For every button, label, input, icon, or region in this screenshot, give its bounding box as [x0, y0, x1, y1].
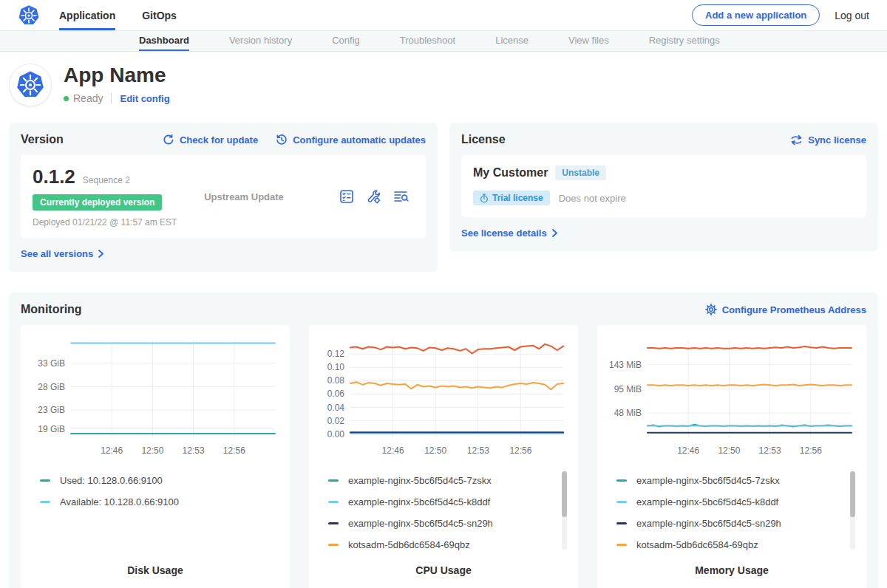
legend-dash-icon [40, 501, 50, 503]
deploy-logs-icon[interactable] [393, 189, 409, 204]
check-for-update-link[interactable]: Check for update [163, 134, 258, 146]
sync-license-link[interactable]: Sync license [790, 134, 866, 146]
legend-item: example-nginx-5bc6f5d4c5-7zskx [616, 470, 857, 491]
memory-chart-card: 48 MiB95 MiB143 MiB12:4612:5012:5312:56e… [597, 325, 866, 588]
version-sequence: Sequence 2 [83, 175, 130, 185]
customer-name: My Customer [473, 166, 548, 180]
svg-text:12:50: 12:50 [718, 445, 740, 456]
kubernetes-app-icon [16, 70, 45, 100]
current-version-panel: 0.1.2 Sequence 2 Currently deployed vers… [21, 155, 426, 238]
cpu-chart-title: CPU Usage [318, 555, 569, 582]
svg-text:0.10: 0.10 [327, 362, 345, 372]
page-title: App Name [64, 64, 170, 87]
preflight-checks-icon[interactable] [339, 189, 354, 204]
disk-chart-card: 19 GiB23 GiB28 GiB33 GiB12:4612:5012:531… [21, 325, 290, 588]
svg-text:0.12: 0.12 [327, 349, 345, 359]
memory-chart-plot: 48 MiB95 MiB143 MiB12:4612:5012:5312:56 [606, 334, 857, 461]
status-dot-icon [64, 96, 69, 101]
legend-dash-icon [328, 522, 339, 524]
app-avatar [9, 64, 52, 106]
legend-item: example-nginx-5bc6f5d4c5-k8ddf [616, 491, 857, 513]
deployed-badge: Currently deployed version [33, 194, 162, 211]
legend-item: example-nginx-5bc6f5d4c5-sn29h [616, 513, 857, 534]
configure-prometheus-link[interactable]: Configure Prometheus Address [705, 304, 866, 315]
svg-text:12:46: 12:46 [101, 445, 123, 456]
divider [111, 93, 112, 103]
legend-item: example-nginx-5bc6f5d4c5-sn29h [328, 513, 569, 534]
svg-text:48 MiB: 48 MiB [614, 408, 642, 418]
sync-arrows-icon [790, 134, 803, 146]
see-license-details-link[interactable]: See license details [461, 228, 557, 239]
subnav-item-view-files[interactable]: View files [568, 31, 609, 51]
svg-text:23 GiB: 23 GiB [38, 405, 65, 415]
license-card: License Sync license My Custo [449, 123, 878, 251]
legend-scrollbar-thumb[interactable] [562, 471, 567, 517]
license-panel: My Customer Unstable Trial license Does … [461, 155, 866, 217]
subnav-item-license[interactable]: License [495, 31, 529, 51]
config-wrench-icon[interactable] [366, 189, 381, 205]
subnav-item-dashboard[interactable]: Dashboard [139, 31, 189, 51]
svg-text:12:56: 12:56 [800, 445, 822, 456]
status-badge: Ready [73, 92, 103, 104]
svg-text:12:56: 12:56 [509, 445, 531, 456]
svg-text:19 GiB: 19 GiB [38, 424, 65, 434]
update-type-label: Upstream Update [204, 191, 339, 202]
svg-text:0.08: 0.08 [327, 375, 345, 386]
edit-config-link[interactable]: Edit config [120, 93, 169, 104]
memory-chart-legend: example-nginx-5bc6f5d4c5-7zskxexample-ng… [606, 470, 857, 555]
svg-text:143 MiB: 143 MiB [609, 360, 642, 370]
monitoring-section: Monitoring [9, 293, 878, 588]
channel-badge: Unstable [555, 165, 606, 180]
disk-chart-title: Disk Usage [30, 555, 281, 582]
nav-tab-gitops[interactable]: GitOps [142, 0, 177, 30]
subnav-item-config[interactable]: Config [332, 31, 360, 51]
license-card-title: License [461, 133, 506, 146]
subnav-item-troubleshoot[interactable]: Troubleshoot [400, 31, 455, 51]
svg-text:12:46: 12:46 [382, 445, 404, 456]
svg-text:28 GiB: 28 GiB [38, 382, 65, 392]
legend-dash-icon [616, 501, 627, 503]
subnav-item-version-history[interactable]: Version history [229, 31, 292, 51]
add-new-application-button[interactable]: Add a new application [692, 4, 820, 26]
app-sub-nav: DashboardVersion historyConfigTroublesho… [0, 31, 887, 52]
kubernetes-logo-icon [18, 4, 40, 27]
refresh-icon [163, 134, 174, 146]
svg-text:12:56: 12:56 [223, 445, 245, 456]
subnav-item-registry-settings[interactable]: Registry settings [649, 31, 720, 51]
page: ApplicationGitOps Add a new application … [0, 0, 887, 588]
legend-item: example-nginx-5bc6f5d4c5-k8ddf [328, 491, 569, 513]
charts-row: 19 GiB23 GiB28 GiB33 GiB12:4612:5012:531… [21, 325, 866, 588]
svg-text:0.04: 0.04 [327, 403, 345, 413]
stopwatch-icon [480, 194, 489, 203]
license-expiry-text: Does not expire [559, 193, 626, 204]
configure-automatic-updates-link[interactable]: Configure automatic updates [276, 134, 426, 146]
legend-dash-icon [616, 544, 627, 546]
svg-text:95 MiB: 95 MiB [614, 384, 642, 394]
legend-dash-icon [328, 544, 339, 546]
svg-text:12:50: 12:50 [141, 445, 163, 456]
svg-text:12:50: 12:50 [424, 445, 446, 456]
svg-text:0.06: 0.06 [327, 389, 345, 399]
top-nav-right: Add a new application Log out [692, 0, 869, 30]
svg-text:12:46: 12:46 [677, 445, 699, 456]
nav-tab-application[interactable]: Application [59, 0, 115, 30]
cpu-chart-legend: example-nginx-5bc6f5d4c5-7zskxexample-ng… [318, 470, 569, 555]
see-all-versions-link[interactable]: See all versions [21, 248, 103, 259]
svg-text:33 GiB: 33 GiB [38, 358, 65, 369]
legend-scrollbar-thumb[interactable] [850, 471, 855, 517]
legend-item: Used: 10.128.0.66:9100 [40, 470, 281, 491]
disk-chart-plot: 19 GiB23 GiB28 GiB33 GiB12:4612:5012:531… [30, 334, 281, 461]
logout-button[interactable]: Log out [835, 10, 869, 21]
version-card: Version Check for update [9, 123, 438, 272]
memory-chart-title: Memory Usage [606, 555, 857, 582]
svg-text:0.00: 0.00 [327, 429, 345, 440]
chevron-right-icon [98, 250, 103, 258]
top-nav: ApplicationGitOps Add a new application … [0, 0, 887, 31]
legend-item: kotsadm-5db6dc6584-69qbz [328, 534, 569, 555]
disk-chart-legend: Used: 10.128.0.66:9100Available: 10.128.… [30, 470, 281, 513]
legend-item: example-nginx-5bc6f5d4c5-7zskx [328, 470, 569, 491]
version-number: 0.1.2 [33, 165, 75, 188]
app-header: App Name Ready Edit config [0, 52, 887, 123]
legend-dash-icon [40, 479, 50, 482]
gear-icon [705, 304, 717, 315]
